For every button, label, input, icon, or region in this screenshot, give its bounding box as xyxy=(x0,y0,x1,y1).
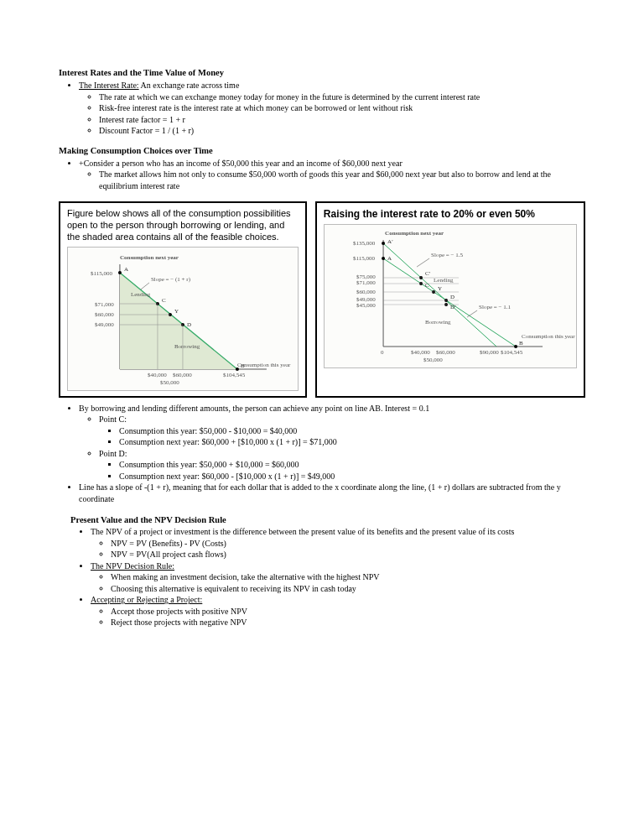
item-pv3a: Accept those projects with positive NPV xyxy=(111,606,585,618)
label-npv-rule: The NPV Decision Rule: xyxy=(91,561,174,571)
figure-2-caption: Raising the interest rate to 20% or even… xyxy=(324,208,577,221)
svg-line-71 xyxy=(417,258,429,267)
svg-text:$60,000: $60,000 xyxy=(173,372,192,378)
svg-text:$49,000: $49,000 xyxy=(95,321,114,328)
item-interest-rate: The Interest Rate: An exchange rate acro… xyxy=(79,80,585,137)
item-point-c: Point C: Consumption this year: $50,000 … xyxy=(99,414,585,448)
svg-text:$104,545: $104,545 xyxy=(501,349,523,356)
svg-text:A: A xyxy=(387,255,392,262)
item-pc1: Consumption this year: $50,000 - $10,000… xyxy=(119,425,585,437)
heading-pv: Present Value and the NPV Decision Rule xyxy=(70,514,585,526)
list-interest-rate: The Interest Rate: An exchange rate acro… xyxy=(59,80,585,137)
svg-text:$60,000: $60,000 xyxy=(356,289,376,295)
svg-text:$115,000: $115,000 xyxy=(91,270,112,277)
svg-text:Consumption next year: Consumption next year xyxy=(385,230,444,237)
svg-text:$40,000: $40,000 xyxy=(411,349,430,356)
item-ir-sub1: The rate at which we can exchange money … xyxy=(99,91,585,103)
label-point-d: Point D: xyxy=(99,449,127,458)
label-accept-reject: Accepting or Rejecting a Project: xyxy=(91,595,202,604)
item-ir-sub2: Risk-free interest rate is the interest … xyxy=(99,102,585,114)
item-pv2a: When making an investment decision, take… xyxy=(111,571,585,583)
item-mc1a: The market allows him not only to consum… xyxy=(99,169,585,191)
svg-text:$60,000: $60,000 xyxy=(95,311,114,318)
svg-text:D′: D′ xyxy=(450,304,456,310)
figure-1-box: Figure below shows all of the consumptio… xyxy=(59,201,307,397)
svg-text:$104,545: $104,545 xyxy=(223,372,246,378)
svg-text:Y: Y xyxy=(174,308,179,315)
svg-text:Consumption this year: Consumption this year xyxy=(522,333,575,340)
item-pv1: The NPV of a project or investment is th… xyxy=(91,526,585,560)
list-borrow-lend: By borrowing and lending different amoun… xyxy=(59,403,585,505)
svg-text:Consumption this year: Consumption this year xyxy=(237,362,291,368)
svg-text:B: B xyxy=(519,340,523,347)
svg-line-27 xyxy=(141,283,149,289)
item-pv1a: NPV = PV (Benefits) - PV (Costs) xyxy=(111,538,585,550)
svg-text:$60,000: $60,000 xyxy=(436,349,455,356)
label-interest-rate: The Interest Rate: xyxy=(79,81,139,90)
svg-text:Y: Y xyxy=(438,285,442,292)
svg-line-73 xyxy=(467,310,477,317)
text-ir-desc: An exchange rate across time xyxy=(139,81,240,90)
item-slope: Line has a slope of -(1 + r), meaning th… xyxy=(79,482,585,504)
svg-line-36 xyxy=(383,243,496,347)
svg-text:$50,000: $50,000 xyxy=(423,357,443,363)
svg-text:Slope = − (1 + r): Slope = − (1 + r) xyxy=(151,276,191,283)
svg-text:A′: A′ xyxy=(387,238,393,245)
item-point-d: Point D: Consumption this year: $50,000 … xyxy=(99,448,585,482)
list-consumption: +Consider a person who has an income of … xyxy=(59,158,585,192)
svg-point-37 xyxy=(382,242,385,245)
text-bl-intro: By borrowing and lending different amoun… xyxy=(79,404,429,413)
svg-text:$45,000: $45,000 xyxy=(356,302,376,309)
text-mc1: +Consider a person who has an income of … xyxy=(79,159,402,168)
item-pd2: Consumption next year: $60,000 - [$10,00… xyxy=(119,471,585,482)
svg-point-4 xyxy=(118,271,122,274)
svg-text:$71,000: $71,000 xyxy=(356,279,376,286)
item-ir-sub3: Interest rate factor = 1 + r xyxy=(99,114,585,126)
svg-text:C′: C′ xyxy=(425,270,431,277)
svg-text:A: A xyxy=(124,266,128,273)
label-point-c: Point C: xyxy=(99,414,127,424)
svg-text:Slope = − 1.5: Slope = − 1.5 xyxy=(431,252,463,258)
svg-text:Lending: Lending xyxy=(131,291,151,298)
svg-text:$90,000: $90,000 xyxy=(480,349,499,356)
item-pv1b: NPV = PV(All project cash flows) xyxy=(111,549,585,560)
item-bl-intro: By borrowing and lending different amoun… xyxy=(79,403,585,482)
svg-text:$135,000: $135,000 xyxy=(353,240,376,247)
item-mc1: +Consider a person who has an income of … xyxy=(79,158,585,192)
item-pv2: The NPV Decision Rule: When making an in… xyxy=(91,560,585,595)
svg-text:D: D xyxy=(187,321,191,328)
svg-text:Slope = − 1.1: Slope = − 1.1 xyxy=(479,304,511,310)
svg-text:Borrowing: Borrowing xyxy=(425,319,451,326)
svg-text:$71,000: $71,000 xyxy=(95,301,114,308)
item-pv2b: Choosing this alternative is equivalent … xyxy=(111,583,585,595)
list-pv: The NPV of a project or investment is th… xyxy=(59,526,585,628)
figure-2-chart: A′ A C′ C Y D D′ B $135,000 $115,000 $75… xyxy=(324,224,577,368)
item-ir-sub4: Discount Factor = 1 / (1 + r) xyxy=(99,125,585,137)
item-pv3b: Reject those projects with negative NPV xyxy=(111,617,585,628)
figure-1-caption: Figure below shows all of the consumptio… xyxy=(67,208,299,242)
svg-point-51 xyxy=(514,345,517,348)
svg-text:$115,000: $115,000 xyxy=(353,255,375,262)
svg-text:Consumption next year: Consumption next year xyxy=(120,254,179,261)
svg-point-39 xyxy=(382,257,385,260)
figure-row: Figure below shows all of the consumptio… xyxy=(59,201,585,397)
svg-text:0: 0 xyxy=(381,349,384,356)
svg-text:$40,000: $40,000 xyxy=(148,372,167,378)
svg-line-35 xyxy=(383,258,516,347)
svg-text:Lending: Lending xyxy=(434,277,454,284)
figure-1-chart: A C Y D B $115,000 $71,000 $60,000 $49,0… xyxy=(67,247,299,391)
svg-text:C: C xyxy=(425,282,429,289)
item-pc2: Consumption next year: $60,000 + [$10,00… xyxy=(119,436,585,448)
svg-text:$50,000: $50,000 xyxy=(160,379,179,386)
item-pv3: Accepting or Rejecting a Project: Accept… xyxy=(91,594,585,628)
heading-interest-rates: Interest Rates and the Time Value of Mon… xyxy=(59,67,585,79)
figure-2-box: Raising the interest rate to 20% or even… xyxy=(315,201,585,397)
svg-text:D: D xyxy=(450,294,454,300)
heading-consumption: Making Consumption Choices over Time xyxy=(59,145,585,157)
item-pd1: Consumption this year: $50,000 + $10,000… xyxy=(119,459,585,471)
svg-text:Borrowing: Borrowing xyxy=(174,343,200,350)
svg-text:C: C xyxy=(162,297,166,304)
text-pv1: The NPV of a project or investment is th… xyxy=(91,527,514,536)
